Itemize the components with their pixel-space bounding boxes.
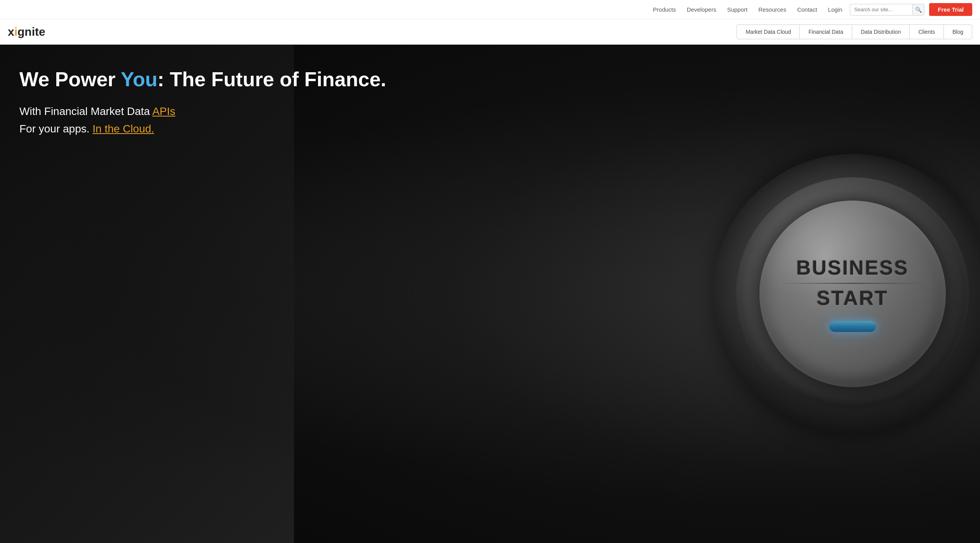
search-icon: 🔍 — [915, 7, 922, 13]
nav-developers[interactable]: Developers — [687, 6, 716, 13]
button-text-start: START — [817, 286, 888, 310]
top-nav: Products Developers Support Resources Co… — [0, 0, 980, 19]
hero-title-prefix: We Power — [19, 68, 121, 90]
subtitle-line1-prefix: With Financial Market Data — [19, 105, 152, 117]
button-divider — [778, 283, 927, 284]
nav-support[interactable]: Support — [727, 6, 748, 13]
top-nav-links: Products Developers Support Resources Co… — [653, 6, 843, 13]
hero-title: We Power You: The Future of Finance. — [19, 68, 386, 91]
button-dome: BUSINESS START — [759, 201, 946, 387]
nav-clients[interactable]: Clients — [910, 25, 944, 39]
apis-link[interactable]: APIs — [152, 105, 175, 117]
logo-dot: i — [14, 25, 17, 38]
hero-title-suffix: : The Future of Finance. — [157, 68, 386, 90]
subtitle-line2-prefix: For your apps. — [19, 123, 92, 135]
secondary-nav-links: Market Data Cloud Financial Data Data Di… — [737, 24, 972, 39]
button-ring-outer — [713, 154, 980, 434]
hero-content: We Power You: The Future of Finance. Wit… — [0, 45, 406, 161]
free-trial-button[interactable]: Free Trial — [929, 3, 972, 16]
cloud-link[interactable]: In the Cloud. — [92, 123, 154, 135]
nav-data-distribution[interactable]: Data Distribution — [852, 25, 910, 39]
nav-blog[interactable]: Blog — [944, 25, 972, 39]
hero-section: We Power You: The Future of Finance. Wit… — [0, 45, 980, 543]
nav-resources[interactable]: Resources — [758, 6, 786, 13]
nav-market-data-cloud[interactable]: Market Data Cloud — [737, 25, 800, 39]
nav-products[interactable]: Products — [653, 6, 676, 13]
logo-x: x — [8, 25, 14, 38]
nav-contact[interactable]: Contact — [797, 6, 817, 13]
button-led — [829, 321, 876, 332]
search-container: 🔍 — [850, 4, 924, 16]
search-input[interactable] — [850, 5, 912, 14]
button-text-business: BUSINESS — [796, 256, 909, 279]
secondary-nav: xignite Market Data Cloud Financial Data… — [0, 19, 980, 45]
nav-financial-data[interactable]: Financial Data — [800, 25, 852, 39]
logo-ignite: gnite — [17, 25, 45, 38]
hero-subtitle: With Financial Market Data APIs For your… — [19, 103, 386, 138]
logo[interactable]: xignite — [8, 25, 45, 38]
hero-title-highlight: You — [121, 68, 157, 90]
button-ring-mid — [736, 178, 969, 411]
search-button[interactable]: 🔍 — [912, 4, 924, 16]
nav-login[interactable]: Login — [828, 6, 843, 13]
